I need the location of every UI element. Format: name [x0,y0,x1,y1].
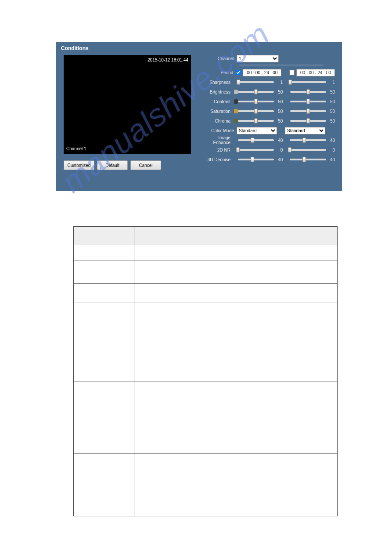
slider-saturation-b-slider[interactable] [290,110,326,112]
slider-chroma-a-slider[interactable] [238,120,274,122]
slider-chroma-b-slider[interactable] [290,120,326,122]
table-row [74,261,338,284]
slider-3d-denoise-label: 3D Denoise [201,157,233,162]
slider-saturation-swatch [234,109,238,113]
period-label: Period [201,70,236,75]
table-cell [134,244,338,261]
period-b-input[interactable]: 00 : 00 - 24 : 00 [296,69,335,76]
table-cell [134,302,338,381]
slider-3d-denoise-b-value: 40 [328,157,335,162]
period-a-input[interactable]: 00 : 00 - 24 : 00 [243,69,281,76]
customized-button[interactable]: Customized [64,160,94,170]
table-header-1 [74,227,134,244]
table-row [74,284,338,302]
slider-image-enhance-a-slider[interactable] [238,139,274,141]
slider-brightness-a-value: 50 [276,90,283,94]
colormode-a-select[interactable]: Standard [237,127,277,134]
slider-sharpness-b-value: 1 [328,80,335,85]
table-row [74,454,338,516]
slider-chroma-b-value: 50 [328,119,335,123]
slider-image-enhance-b-slider[interactable] [290,139,326,141]
slider-contrast-swatch [234,99,238,104]
slider-contrast-a-value: 50 [276,99,283,104]
preview-timestamp: 2015-10-12 18:01:44 [147,58,188,62]
slider-brightness-a-slider[interactable] [238,91,274,93]
channel-label: Channel [201,56,237,61]
slider-brightness-b-value: 50 [328,90,335,94]
slider-contrast-b-value: 50 [328,99,335,104]
divider [239,65,323,65]
slider-3d-denoise-a-slider[interactable] [238,159,274,160]
slider-2d-nr-b-slider[interactable] [290,149,326,151]
slider-contrast-label: Contrast [201,99,233,104]
table-cell [134,381,338,454]
preview-channel-label: Channel 1 [66,146,86,151]
table-cell [134,284,338,302]
button-row: Customized Default Cancel [64,160,161,170]
slider-3d-denoise-b-slider[interactable] [290,159,326,160]
table-cell [74,284,134,302]
description-table [73,226,338,516]
slider-image-enhance-b-value: 40 [328,138,335,143]
table-cell [74,381,134,454]
table-header-2 [134,227,338,244]
slider-3d-denoise-a-value: 40 [276,157,283,162]
video-preview: 2015-10-12 18:01:44 Channel 1 [64,55,191,154]
slider-sharpness-a-slider[interactable] [238,81,274,83]
slider-2d-nr-label: 2D NR [201,148,233,152]
slider-saturation-label: Saturation [201,109,233,114]
slider-2d-nr-b-value: 0 [328,148,335,152]
table-cell [74,302,134,381]
slider-sharpness-label: Sharpness [201,80,233,85]
slider-2d-nr-a-value: 0 [276,148,283,152]
channel-select[interactable]: 1 [237,55,279,62]
slider-chroma-label: Chroma [201,119,233,123]
colormode-b-select[interactable]: Standard [285,127,325,134]
table-row [74,302,338,381]
slider-contrast-b-slider[interactable] [290,101,326,102]
default-button[interactable]: Default [97,160,128,170]
colormode-label: Color Mode [201,128,237,133]
period-a-checkbox[interactable] [236,70,241,75]
table-cell [74,244,134,261]
table-header-row [74,227,338,244]
slider-2d-nr-a-slider[interactable] [238,149,274,151]
slider-image-enhance-a-value: 40 [276,138,283,143]
slider-sharpness-b-slider[interactable] [290,81,326,83]
table-row [74,381,338,454]
table-cell [74,454,134,516]
slider-brightness-b-slider[interactable] [290,91,326,93]
slider-image-enhance-label: Image Enhance [201,135,233,145]
table-row [74,244,338,261]
table-cell [134,261,338,284]
period-b-checkbox[interactable] [289,70,295,75]
cancel-button[interactable]: Cancel [130,160,161,170]
slider-sharpness-a-value: 1 [276,80,283,85]
panel-title: Conditions [56,42,342,55]
slider-saturation-a-slider[interactable] [238,110,274,112]
slider-brightness-swatch [234,90,238,94]
table-cell [74,261,134,284]
controls-area: Channel 1 Period 00 : 00 - 24 : 00 00 : … [201,54,335,165]
slider-saturation-a-value: 50 [276,109,283,114]
table-cell [134,454,338,516]
slider-contrast-a-slider[interactable] [238,101,274,102]
slider-saturation-b-value: 50 [328,109,335,114]
conditions-panel: Conditions 2015-10-12 18:01:44 Channel 1… [56,42,342,191]
slider-chroma-a-value: 50 [276,119,283,123]
slider-brightness-label: Brightness [201,90,233,94]
slider-chroma-swatch [234,119,238,123]
